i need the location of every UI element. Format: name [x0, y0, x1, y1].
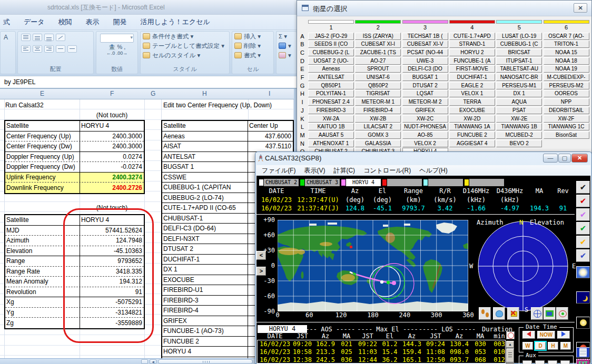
satellite-button[interactable]: PCSAT (NO-44 — [402, 49, 448, 56]
dialog-close-button[interactable]: ✕ — [574, 3, 587, 13]
satellite-button[interactable]: DEORBITSAIL — [544, 107, 589, 114]
satellite-button[interactable]: NOAA 15 — [544, 49, 589, 56]
time-forward-button[interactable] — [557, 331, 570, 339]
satellite-tab[interactable]: CHUBUSAT 3 — [305, 179, 340, 186]
satellite-button[interactable]: AO-85 — [402, 132, 448, 139]
clear-button[interactable]: ▾ — [277, 50, 297, 60]
satellite-button[interactable]: BUGSAT 1 — [402, 74, 448, 81]
minimize-button[interactable]: — — [543, 154, 558, 163]
format-cells-button[interactable]: 書式 ▾ — [232, 50, 273, 60]
satellite-button[interactable]: MCUBED-2 — [496, 132, 542, 139]
satellite-button[interactable]: QB50P2 — [355, 82, 401, 89]
satellite-button[interactable]: METEOR-M 1 — [355, 98, 401, 106]
check-violet-button[interactable] — [576, 208, 590, 221]
satellite-button[interactable]: GRIFEX — [402, 107, 448, 114]
ribbon-tab-4[interactable]: 活用しよう！エクセル — [141, 17, 210, 27]
cell-value[interactable]: 437.6000 — [248, 132, 293, 141]
satellite-button[interactable]: PERSEUS-M1 — [496, 82, 542, 89]
hscroll-left-icon[interactable]: ◀ — [150, 359, 156, 364]
cell-value[interactable]: HORYU 4 — [80, 121, 144, 131]
satellite-button[interactable]: UNISAT-6 — [355, 74, 401, 81]
notebook-button[interactable] — [576, 347, 590, 358]
satellite-button[interactable]: PHONESAT 2.4 — [308, 98, 354, 106]
calsat-menu-2[interactable]: 計算(C) — [333, 166, 355, 175]
satellite-button[interactable]: DTUSAT 2 — [402, 82, 448, 89]
satellite-button[interactable]: XW-2B — [355, 115, 401, 123]
comma-icon[interactable]: , — [124, 44, 125, 50]
hscroll-thumb[interactable] — [158, 359, 253, 364]
edit-frequency-label[interactable]: Edit two Center Frequency (Up, Down) — [163, 102, 272, 109]
check-orange-button[interactable] — [576, 236, 590, 248]
not-touch-label-1[interactable]: (Not touch) — [80, 112, 144, 119]
cell-label[interactable]: Doppler Frequency (Dw) — [5, 162, 80, 172]
cell-label[interactable]: Center Frequency (Up) — [5, 132, 80, 141]
satellite-tab[interactable] — [469, 179, 504, 186]
orbit-view-button[interactable] — [556, 307, 568, 320]
satellite-button[interactable]: JAS-2 (FO-29 — [308, 33, 354, 40]
satellite-button[interactable]: VELOX 2 — [402, 140, 448, 147]
cell-label[interactable]: FIREBIRD-4 — [162, 306, 248, 316]
satellite-button[interactable]: LILACSAT 2 — [355, 123, 401, 130]
satellite-off-button[interactable] — [507, 307, 519, 320]
satellite-button[interactable]: AO-27 — [355, 57, 401, 65]
satellite-button[interactable]: CUBEBUG-2 (L — [308, 49, 354, 56]
step-minute-button[interactable]: M — [560, 342, 571, 350]
step-day-button[interactable]: D — [535, 342, 546, 350]
calsat-menu-1[interactable]: 表示(V) — [304, 166, 325, 175]
cell-value[interactable]: 2400.3000 — [80, 141, 144, 151]
satellite-button[interactable]: DUCHIFAT-1 — [449, 74, 495, 81]
satellite-button[interactable]: TERRA — [449, 98, 495, 106]
satellite-button[interactable]: SEEDS II (CO — [308, 41, 354, 48]
satellite-button[interactable]: AAUSAT 5 — [308, 132, 354, 139]
satellite-button[interactable]: KAITUO 1B — [308, 123, 354, 130]
satellite-button[interactable]: NANOSATC-BR — [496, 74, 542, 81]
scroll-up-icon[interactable]: ▲ — [506, 341, 514, 348]
satellite-button[interactable]: XW-2C — [402, 115, 448, 123]
satellite-button[interactable]: ATHENOXAT 1 — [308, 140, 354, 147]
cell-label[interactable]: CSSWE — [162, 173, 248, 183]
currency-icon[interactable]: 🏦 — [108, 44, 116, 50]
satellite-button[interactable]: XW-2A — [308, 115, 354, 123]
satellite-button[interactable]: TIGRISAT — [355, 90, 401, 97]
satellite-button[interactable]: GOMX 3 — [355, 132, 401, 139]
calsat-menu-4[interactable]: ヘルプ(H) — [419, 166, 448, 175]
satellite-button[interactable]: XW-2D — [449, 115, 495, 123]
autosum-button[interactable]: Σ ▾ — [277, 32, 297, 41]
cell-label[interactable]: Center Frequency (Dw) — [5, 141, 80, 151]
decrease-decimal-icon[interactable]: .00→ — [116, 50, 128, 56]
aux-button-2[interactable] — [535, 360, 545, 364]
satellite-button[interactable]: CUBEBUG-1 (C — [496, 41, 542, 48]
time-back-button[interactable] — [522, 331, 535, 339]
satellite-button[interactable]: TRITON-1 — [544, 41, 589, 48]
aux-button-4[interactable] — [560, 360, 570, 364]
satellite-button[interactable]: OSCAR 7 (AO- — [544, 33, 589, 40]
satellite-button[interactable]: HORYU 2 — [449, 49, 495, 56]
satellite-button[interactable]: FIREBIRD-4 — [355, 107, 401, 114]
satellite-button[interactable]: BisonSat — [544, 132, 589, 139]
satellite-button[interactable]: PSAT — [496, 107, 542, 114]
scrollbar-thumb[interactable] — [506, 349, 514, 362]
font-color-icon[interactable]: A — [1, 32, 15, 41]
satellite-tab[interactable]: CHUBUSAT 2 — [264, 179, 299, 186]
cell-label[interactable]: FIREBIRD-U1 — [162, 285, 248, 295]
satellite-button[interactable]: DELFI-C3 (DO — [402, 65, 448, 73]
sheet-tab-split[interactable] — [141, 359, 148, 364]
satellite-button[interactable]: BRICSAT — [496, 49, 542, 56]
satellite-button[interactable]: PERSEUS-M2 — [544, 82, 589, 89]
orientation-icon[interactable] — [56, 34, 65, 41]
world-map[interactable] — [278, 220, 468, 311]
antenna-button[interactable] — [493, 307, 505, 320]
indent-increase-icon[interactable] — [67, 45, 77, 53]
satellite-button[interactable]: AQUA — [496, 98, 542, 106]
cell-label[interactable]: Uplink Frequency — [5, 173, 80, 183]
align-right-icon[interactable] — [44, 45, 54, 53]
indent-decrease-icon[interactable] — [56, 45, 65, 53]
cell-value[interactable]: 0.0274 — [80, 152, 144, 162]
satellite-button[interactable]: NUDT-PHONESA — [402, 123, 448, 130]
cell-label[interactable]: CUBEBUG-1 (CAPITAN — [162, 183, 248, 193]
aux-button-3[interactable] — [548, 360, 557, 364]
satellite-button[interactable]: M-CUBED/EXP- — [544, 74, 589, 81]
cell-label[interactable]: FUNCUBE 2 — [162, 337, 248, 347]
footprint-toggle-button[interactable] — [479, 307, 491, 320]
satellite-button[interactable]: FUNCUBE 2 — [449, 132, 495, 139]
